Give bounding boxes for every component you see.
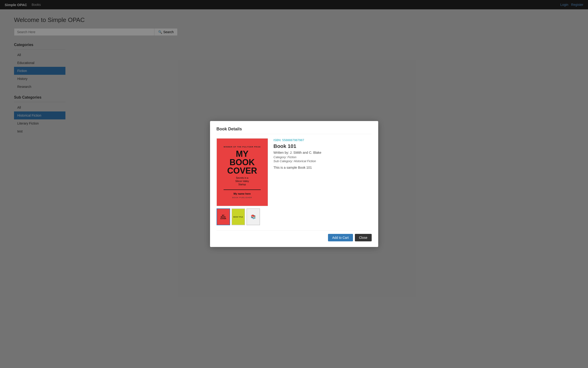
isbn-text: ISBN: 5588887987987: [273, 138, 372, 142]
modal-overlay: Book Details WINNER OF THE PULITZER PRIZ…: [0, 0, 588, 142]
modal-title: Book Details: [217, 127, 372, 134]
modal-body: WINNER OF THE PULITZER PRIZE MY BOOK COV…: [217, 138, 372, 142]
modal-image-column: WINNER OF THE PULITZER PRIZE MY BOOK COV…: [217, 138, 268, 142]
modal-info-column: ISBN: 5588887987987 Book 101 Written by:…: [273, 138, 372, 142]
main-book-cover: WINNER OF THE PULITZER PRIZE MY BOOK COV…: [217, 138, 268, 142]
book-details-modal: Book Details WINNER OF THE PULITZER PRIZ…: [210, 121, 378, 142]
